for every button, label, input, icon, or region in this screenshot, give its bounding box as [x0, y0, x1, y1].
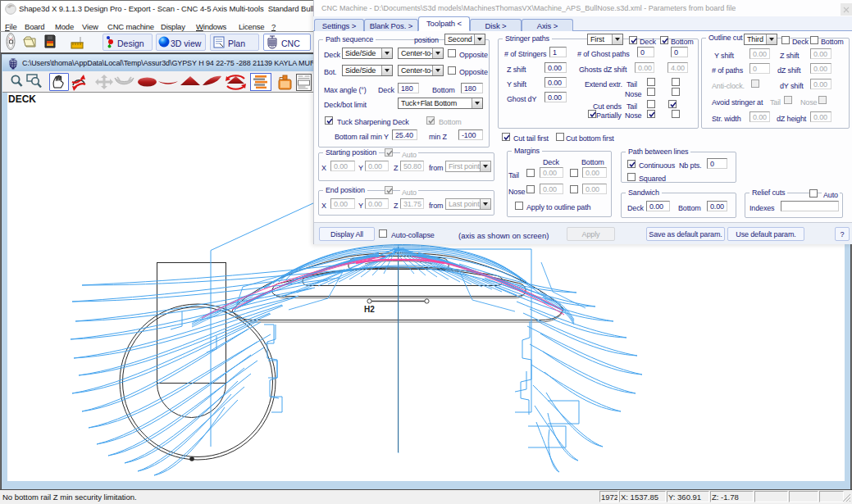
svg-text:H2: H2	[364, 305, 375, 314]
